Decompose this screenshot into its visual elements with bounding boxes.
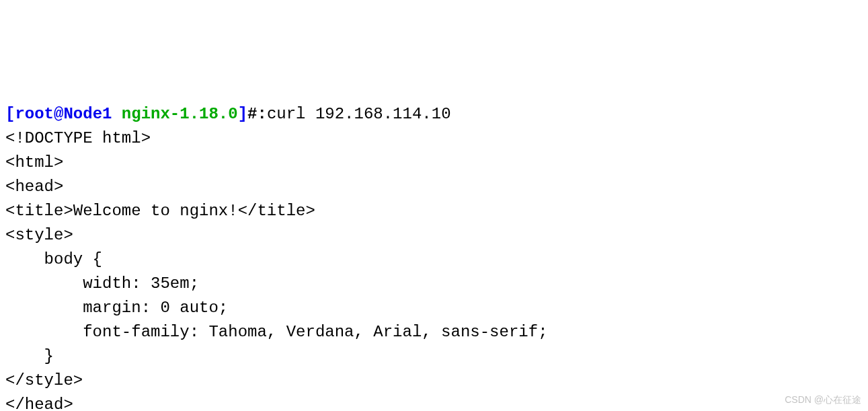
- output-line: font-family: Tahoma, Verdana, Arial, san…: [5, 323, 548, 341]
- output-line: <html>: [5, 153, 63, 172]
- bracket-open: [: [5, 105, 15, 123]
- prompt-hash: #:: [247, 105, 267, 123]
- output-line: <!DOCTYPE html>: [5, 129, 151, 147]
- output-line: }: [5, 347, 54, 365]
- prompt-host: Node1: [63, 105, 112, 123]
- bracket-close: ]: [238, 105, 247, 123]
- output-line: </style>: [5, 371, 83, 389]
- terminal-prompt: [root@Node1 nginx-1.18.0]#:: [5, 105, 267, 123]
- output-line: body {: [5, 250, 102, 268]
- watermark-text: CSDN @心在征途: [785, 393, 861, 407]
- output-line: <style>: [5, 226, 73, 244]
- prompt-at: @: [54, 105, 63, 123]
- output-line: width: 35em;: [5, 274, 199, 293]
- output-line: </head>: [5, 396, 73, 411]
- prompt-dir: nginx-1.18.0: [122, 105, 238, 123]
- output-line: <head>: [5, 178, 63, 196]
- prompt-user: root: [15, 105, 54, 123]
- output-line: margin: 0 auto;: [5, 299, 228, 317]
- command-text[interactable]: curl 192.168.114.10: [267, 105, 451, 123]
- output-line: <title>Welcome to nginx!</title>: [5, 202, 315, 220]
